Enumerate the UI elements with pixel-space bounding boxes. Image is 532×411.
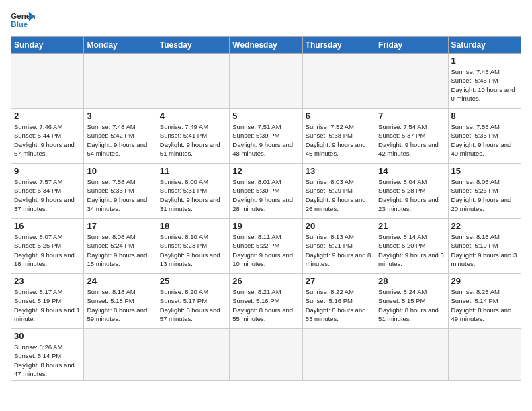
day-number: 23 (14, 276, 81, 286)
day-info: Sunrise: 8:24 AM Sunset: 5:15 PM Dayligh… (378, 287, 445, 323)
day-number: 3 (87, 111, 153, 121)
day-number: 20 (306, 221, 372, 231)
calendar-day-cell (84, 329, 157, 381)
calendar-day-cell: 9Sunrise: 7:57 AM Sunset: 5:34 PM Daylig… (11, 164, 84, 219)
logo: General Blue (11, 11, 35, 31)
day-info: Sunrise: 7:54 AM Sunset: 5:37 PM Dayligh… (378, 122, 445, 158)
day-number: 5 (232, 111, 299, 121)
calendar-day-cell: 15Sunrise: 8:06 AM Sunset: 5:26 PM Dayli… (448, 164, 521, 219)
weekday-header-row: SundayMondayTuesdayWednesdayThursdayFrid… (11, 37, 521, 54)
calendar-day-cell: 23Sunrise: 8:17 AM Sunset: 5:19 PM Dayli… (11, 274, 84, 329)
calendar-day-cell: 1Sunrise: 7:45 AM Sunset: 5:45 PM Daylig… (448, 54, 521, 109)
day-number: 6 (306, 111, 372, 121)
calendar-day-cell: 17Sunrise: 8:08 AM Sunset: 5:24 PM Dayli… (84, 219, 157, 274)
calendar-body: 1Sunrise: 7:45 AM Sunset: 5:45 PM Daylig… (11, 54, 521, 381)
day-number: 27 (306, 276, 372, 286)
day-info: Sunrise: 7:46 AM Sunset: 5:44 PM Dayligh… (14, 122, 81, 158)
calendar-day-cell: 16Sunrise: 8:07 AM Sunset: 5:25 PM Dayli… (11, 219, 84, 274)
calendar-day-cell: 10Sunrise: 7:58 AM Sunset: 5:33 PM Dayli… (84, 164, 157, 219)
day-info: Sunrise: 8:07 AM Sunset: 5:25 PM Dayligh… (14, 232, 81, 268)
weekday-header-cell: Tuesday (157, 37, 229, 54)
calendar-day-cell: 27Sunrise: 8:22 AM Sunset: 5:16 PM Dayli… (302, 274, 375, 329)
calendar-day-cell: 13Sunrise: 8:03 AM Sunset: 5:29 PM Dayli… (302, 164, 375, 219)
day-number: 11 (160, 166, 226, 176)
day-number: 9 (14, 166, 81, 176)
day-number: 22 (451, 221, 518, 231)
day-number: 29 (451, 276, 518, 286)
calendar-week-row: 1Sunrise: 7:45 AM Sunset: 5:45 PM Daylig… (11, 54, 521, 109)
calendar-day-cell: 5Sunrise: 7:51 AM Sunset: 5:39 PM Daylig… (230, 109, 302, 164)
calendar-day-cell: 11Sunrise: 8:00 AM Sunset: 5:31 PM Dayli… (157, 164, 229, 219)
calendar-day-cell: 26Sunrise: 8:21 AM Sunset: 5:16 PM Dayli… (230, 274, 302, 329)
calendar-week-row: 2Sunrise: 7:46 AM Sunset: 5:44 PM Daylig… (11, 109, 521, 164)
day-number: 1 (451, 56, 518, 66)
day-number: 30 (14, 331, 81, 341)
day-info: Sunrise: 8:16 AM Sunset: 5:19 PM Dayligh… (451, 232, 518, 268)
day-info: Sunrise: 8:11 AM Sunset: 5:22 PM Dayligh… (232, 232, 299, 268)
weekday-header-cell: Friday (375, 37, 448, 54)
day-number: 4 (160, 111, 226, 121)
calendar-day-cell (157, 54, 229, 109)
day-number: 7 (378, 111, 445, 121)
day-info: Sunrise: 8:10 AM Sunset: 5:23 PM Dayligh… (160, 232, 226, 268)
calendar-table: SundayMondayTuesdayWednesdayThursdayFrid… (11, 36, 521, 381)
day-info: Sunrise: 7:48 AM Sunset: 5:42 PM Dayligh… (87, 122, 153, 158)
calendar-week-row: 23Sunrise: 8:17 AM Sunset: 5:19 PM Dayli… (11, 274, 521, 329)
day-info: Sunrise: 7:52 AM Sunset: 5:38 PM Dayligh… (306, 122, 372, 158)
day-info: Sunrise: 7:58 AM Sunset: 5:33 PM Dayligh… (87, 177, 153, 213)
day-number: 10 (87, 166, 153, 176)
calendar-day-cell: 2Sunrise: 7:46 AM Sunset: 5:44 PM Daylig… (11, 109, 84, 164)
day-number: 25 (160, 276, 226, 286)
day-number: 2 (14, 111, 81, 121)
day-info: Sunrise: 8:22 AM Sunset: 5:16 PM Dayligh… (306, 287, 372, 323)
svg-text:Blue: Blue (11, 20, 28, 28)
header: General Blue (11, 11, 521, 31)
day-info: Sunrise: 7:55 AM Sunset: 5:35 PM Dayligh… (451, 122, 518, 158)
day-number: 21 (378, 221, 445, 231)
calendar-day-cell: 19Sunrise: 8:11 AM Sunset: 5:22 PM Dayli… (230, 219, 302, 274)
calendar-day-cell: 7Sunrise: 7:54 AM Sunset: 5:37 PM Daylig… (375, 109, 448, 164)
calendar-day-cell: 18Sunrise: 8:10 AM Sunset: 5:23 PM Dayli… (157, 219, 229, 274)
day-info: Sunrise: 8:14 AM Sunset: 5:20 PM Dayligh… (378, 232, 445, 268)
calendar-day-cell: 30Sunrise: 8:26 AM Sunset: 5:14 PM Dayli… (11, 329, 84, 381)
weekday-header-cell: Saturday (448, 37, 521, 54)
day-info: Sunrise: 8:03 AM Sunset: 5:29 PM Dayligh… (306, 177, 372, 213)
day-number: 24 (87, 276, 153, 286)
calendar-day-cell: 14Sunrise: 8:04 AM Sunset: 5:28 PM Dayli… (375, 164, 448, 219)
logo-icon: General Blue (11, 11, 35, 31)
day-info: Sunrise: 8:25 AM Sunset: 5:14 PM Dayligh… (451, 287, 518, 323)
calendar-day-cell: 20Sunrise: 8:13 AM Sunset: 5:21 PM Dayli… (302, 219, 375, 274)
day-number: 26 (232, 276, 299, 286)
day-number: 15 (451, 166, 518, 176)
calendar-week-row: 9Sunrise: 7:57 AM Sunset: 5:34 PM Daylig… (11, 164, 521, 219)
calendar-day-cell: 25Sunrise: 8:20 AM Sunset: 5:17 PM Dayli… (157, 274, 229, 329)
day-info: Sunrise: 8:17 AM Sunset: 5:19 PM Dayligh… (14, 287, 81, 323)
calendar-day-cell (11, 54, 84, 109)
day-info: Sunrise: 7:57 AM Sunset: 5:34 PM Dayligh… (14, 177, 81, 213)
day-number: 12 (232, 166, 299, 176)
calendar-day-cell (84, 54, 157, 109)
calendar-day-cell: 29Sunrise: 8:25 AM Sunset: 5:14 PM Dayli… (448, 274, 521, 329)
weekday-header-cell: Monday (84, 37, 157, 54)
day-number: 8 (451, 111, 518, 121)
calendar-day-cell (302, 329, 375, 381)
day-info: Sunrise: 7:49 AM Sunset: 5:41 PM Dayligh… (160, 122, 226, 158)
day-info: Sunrise: 8:00 AM Sunset: 5:31 PM Dayligh… (160, 177, 226, 213)
calendar-day-cell: 3Sunrise: 7:48 AM Sunset: 5:42 PM Daylig… (84, 109, 157, 164)
day-info: Sunrise: 8:08 AM Sunset: 5:24 PM Dayligh… (87, 232, 153, 268)
day-info: Sunrise: 8:13 AM Sunset: 5:21 PM Dayligh… (306, 232, 372, 268)
calendar-week-row: 16Sunrise: 8:07 AM Sunset: 5:25 PM Dayli… (11, 219, 521, 274)
calendar-day-cell: 22Sunrise: 8:16 AM Sunset: 5:19 PM Dayli… (448, 219, 521, 274)
day-number: 28 (378, 276, 445, 286)
calendar-day-cell: 6Sunrise: 7:52 AM Sunset: 5:38 PM Daylig… (302, 109, 375, 164)
calendar-day-cell (302, 54, 375, 109)
calendar-day-cell: 28Sunrise: 8:24 AM Sunset: 5:15 PM Dayli… (375, 274, 448, 329)
day-info: Sunrise: 8:01 AM Sunset: 5:30 PM Dayligh… (232, 177, 299, 213)
day-info: Sunrise: 8:21 AM Sunset: 5:16 PM Dayligh… (232, 287, 299, 323)
day-info: Sunrise: 8:04 AM Sunset: 5:28 PM Dayligh… (378, 177, 445, 213)
calendar-day-cell (375, 329, 448, 381)
calendar-day-cell (448, 329, 521, 381)
day-number: 17 (87, 221, 153, 231)
day-info: Sunrise: 7:45 AM Sunset: 5:45 PM Dayligh… (451, 67, 518, 103)
day-info: Sunrise: 8:20 AM Sunset: 5:17 PM Dayligh… (160, 287, 226, 323)
